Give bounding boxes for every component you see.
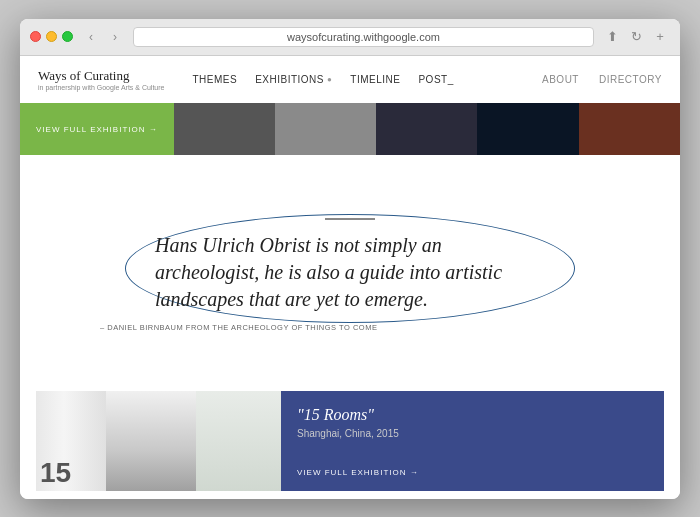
ex-info-panel: "15 Rooms" Shanghai, China, 2015 VIEW FU… bbox=[281, 391, 664, 491]
quote-attribution: – Daniel Birnbaum from the Archeology of… bbox=[100, 323, 377, 332]
ex-thumb-1: 15 bbox=[36, 391, 106, 491]
browser-actions: ⬆ ↻ + bbox=[602, 27, 670, 47]
close-button[interactable] bbox=[30, 31, 41, 42]
minimize-button[interactable] bbox=[46, 31, 57, 42]
logo-title: Ways of Curating bbox=[38, 68, 164, 84]
strip-image-3 bbox=[376, 103, 477, 155]
forward-button[interactable]: › bbox=[105, 27, 125, 47]
ex-info-header: "15 Rooms" Shanghai, China, 2015 bbox=[297, 405, 648, 439]
back-button[interactable]: ‹ bbox=[81, 27, 101, 47]
cta-label: VIEW FULL EXHIBITION → bbox=[36, 125, 158, 134]
ex-number-15: 15 bbox=[36, 455, 75, 491]
site-nav: Ways of Curating in partnership with Goo… bbox=[20, 56, 680, 104]
maximize-button[interactable] bbox=[62, 31, 73, 42]
quote-divider bbox=[325, 218, 375, 220]
nav-exhibitions[interactable]: EXHIBITIONS ● bbox=[255, 74, 332, 85]
ex-thumb-2 bbox=[106, 391, 196, 491]
exhibitions-indicator: ● bbox=[327, 75, 332, 84]
ex-thumb-corridor bbox=[106, 391, 196, 491]
ex-thumb-room: 15 bbox=[36, 391, 106, 491]
quote-section: Hans Ulrich Obrist is not simply an arch… bbox=[20, 155, 680, 390]
browser-window: ‹ › ⬆ ↻ + Ways of Curating in partnershi… bbox=[20, 19, 680, 499]
site-logo: Ways of Curating in partnership with Goo… bbox=[38, 68, 164, 92]
ex-info-subtitle: Shanghai, China, 2015 bbox=[297, 428, 648, 439]
quote-oval-container: Hans Ulrich Obrist is not simply an arch… bbox=[155, 232, 545, 313]
ex-info-cta[interactable]: VIEW FULL EXHIBITION → bbox=[297, 468, 648, 477]
nav-right: ABOUT DIRECTORY bbox=[542, 74, 662, 85]
nav-about[interactable]: ABOUT bbox=[542, 74, 579, 85]
website-content: Ways of Curating in partnership with Goo… bbox=[20, 56, 680, 499]
nav-buttons: ‹ › bbox=[81, 27, 125, 47]
nav-timeline[interactable]: TIMELINE bbox=[350, 74, 400, 85]
browser-chrome: ‹ › ⬆ ↻ + bbox=[20, 19, 680, 56]
image-strip-top: VIEW FULL EXHIBITION → bbox=[20, 103, 680, 155]
traffic-lights bbox=[30, 31, 73, 42]
nav-post[interactable]: POST_ bbox=[418, 74, 453, 85]
logo-subtitle: in partnership with Google Arts & Cultur… bbox=[38, 84, 164, 91]
strip-image-5 bbox=[579, 103, 680, 155]
ex-thumb-3 bbox=[196, 391, 281, 491]
ex-thumb-glass bbox=[196, 391, 281, 491]
view-exhibition-cta-top[interactable]: VIEW FULL EXHIBITION → bbox=[20, 103, 174, 155]
strip-image-4 bbox=[477, 103, 578, 155]
strip-image-2 bbox=[275, 103, 376, 155]
quote-text: Hans Ulrich Obrist is not simply an arch… bbox=[155, 232, 545, 313]
share-icon[interactable]: ⬆ bbox=[602, 27, 622, 47]
address-bar[interactable] bbox=[133, 27, 594, 47]
add-tab-icon[interactable]: + bbox=[650, 27, 670, 47]
exhibition-strip: 15 "15 Rooms" Shanghai, China, 2015 VIEW… bbox=[20, 391, 680, 491]
nav-links: THEMES EXHIBITIONS ● TIMELINE POST_ bbox=[192, 74, 542, 85]
strip-image-1 bbox=[174, 103, 275, 155]
nav-directory[interactable]: DIRECTORY bbox=[599, 74, 662, 85]
reload-icon[interactable]: ↻ bbox=[626, 27, 646, 47]
ex-info-title: "15 Rooms" bbox=[297, 405, 648, 424]
nav-themes[interactable]: THEMES bbox=[192, 74, 237, 85]
